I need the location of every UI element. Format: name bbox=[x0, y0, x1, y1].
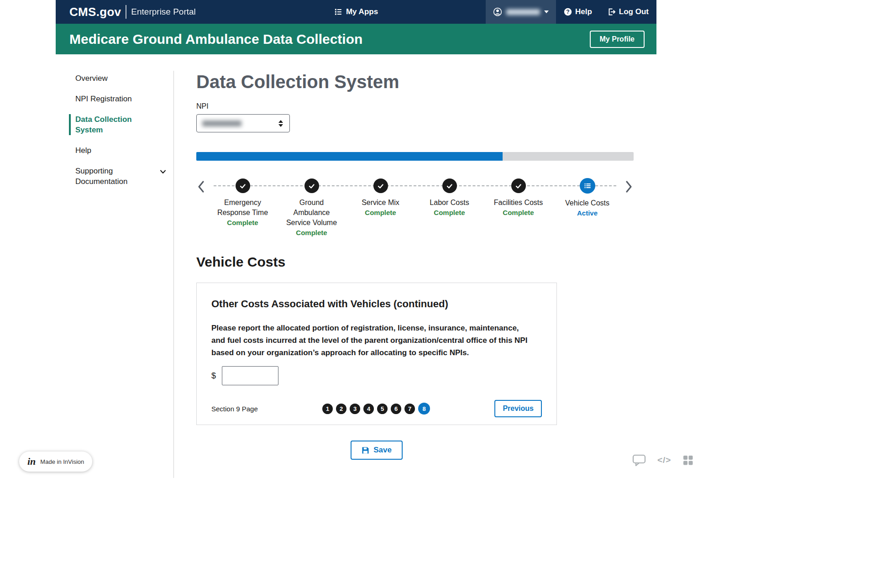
sidebar-item-npi-registration[interactable]: NPI Registration bbox=[69, 94, 167, 104]
help-label: Help bbox=[575, 7, 592, 16]
topbar-right: ? Help Log Out bbox=[486, 0, 656, 24]
sidebar: Overview NPI Registration Data Collectio… bbox=[56, 71, 173, 478]
stepper-next-chevron-icon[interactable] bbox=[624, 179, 634, 194]
logo-divider bbox=[126, 5, 126, 19]
page-dot-6[interactable]: 6 bbox=[391, 404, 401, 414]
chevron-down-icon bbox=[159, 168, 167, 178]
step-status: Active bbox=[577, 209, 598, 217]
progress-fill bbox=[196, 152, 503, 161]
user-menu[interactable] bbox=[486, 0, 556, 24]
page-dot-5[interactable]: 5 bbox=[377, 404, 388, 414]
step-active-list-icon[interactable] bbox=[580, 178, 595, 194]
page-dot-4[interactable]: 4 bbox=[363, 404, 374, 414]
help-icon: ? bbox=[564, 8, 572, 16]
step-complete-check-icon[interactable] bbox=[442, 178, 457, 193]
npi-label: NPI bbox=[196, 102, 634, 110]
select-sort-icon bbox=[278, 119, 284, 127]
npi-select[interactable] bbox=[196, 114, 290, 132]
step-complete-check-icon[interactable] bbox=[304, 178, 319, 193]
invision-label: Made in InVision bbox=[40, 458, 84, 465]
app-title: Medicare Ground Ambulance Data Collectio… bbox=[69, 31, 362, 47]
my-apps-list-icon bbox=[334, 8, 342, 16]
logout-button[interactable]: Log Out bbox=[600, 0, 656, 24]
sidebar-item-overview[interactable]: Overview bbox=[69, 73, 167, 84]
step-emergency-response-time: Emergency Response Time Complete bbox=[208, 178, 277, 236]
save-icon bbox=[362, 446, 369, 454]
card-instructions: Please report the allocated portion of r… bbox=[211, 322, 531, 359]
step-vehicle-costs: Vehicle Costs Active bbox=[553, 178, 622, 236]
app-window: CMS.gov Enterprise Portal My Apps bbox=[56, 0, 656, 478]
step-ground-ambulance-service-volume: Ground Ambulance Service Volume Complete bbox=[277, 178, 346, 236]
step-complete-check-icon[interactable] bbox=[236, 178, 250, 193]
logout-label: Log Out bbox=[619, 7, 649, 16]
app-header: Medicare Ground Ambulance Data Collectio… bbox=[56, 24, 656, 54]
help-button[interactable]: ? Help bbox=[556, 0, 600, 24]
page-dot-3[interactable]: 3 bbox=[350, 404, 360, 414]
enterprise-portal-text: Enterprise Portal bbox=[131, 7, 196, 17]
logout-icon bbox=[608, 8, 616, 16]
inspect-code-icon[interactable]: </> bbox=[657, 455, 671, 465]
my-apps-label: My Apps bbox=[346, 7, 378, 16]
stepper: Emergency Response Time Complete Ground … bbox=[196, 178, 634, 236]
user-name-redacted bbox=[506, 9, 540, 15]
cms-logo-text: CMS.gov bbox=[69, 5, 121, 19]
page-title: Data Collection System bbox=[196, 71, 634, 93]
save-label: Save bbox=[373, 446, 392, 455]
sidebar-item-data-collection-system[interactable]: Data Collection System bbox=[69, 114, 167, 135]
sidebar-item-help[interactable]: Help bbox=[69, 145, 167, 156]
step-service-mix: Service Mix Complete bbox=[346, 178, 415, 236]
step-status: Complete bbox=[365, 209, 396, 216]
page-dot-2[interactable]: 2 bbox=[336, 404, 346, 414]
step-complete-check-icon[interactable] bbox=[373, 178, 388, 193]
step-status: Complete bbox=[227, 219, 258, 226]
step-facilities-costs: Facilities Costs Complete bbox=[484, 178, 553, 236]
previous-button[interactable]: Previous bbox=[494, 400, 542, 417]
npi-value-redacted bbox=[202, 121, 241, 126]
svg-text:?: ? bbox=[566, 9, 569, 15]
progress-bar bbox=[196, 152, 634, 161]
topbar: CMS.gov Enterprise Portal My Apps bbox=[56, 0, 656, 24]
currency-symbol: $ bbox=[211, 371, 216, 381]
step-status: Complete bbox=[296, 229, 327, 236]
step-complete-check-icon[interactable] bbox=[511, 178, 526, 193]
page-dot-1[interactable]: 1 bbox=[322, 404, 333, 414]
my-apps-button[interactable]: My Apps bbox=[334, 0, 378, 24]
my-profile-button[interactable]: My Profile bbox=[590, 31, 645, 48]
section-title: Vehicle Costs bbox=[196, 254, 634, 270]
page-dot-7[interactable]: 7 bbox=[404, 404, 415, 414]
comment-icon[interactable] bbox=[632, 453, 646, 467]
cms-logo[interactable]: CMS.gov Enterprise Portal bbox=[56, 0, 196, 24]
invision-viewer-tools: </> bbox=[632, 453, 694, 467]
step-status: Complete bbox=[434, 209, 465, 216]
invision-logo: in bbox=[27, 456, 36, 467]
grid-view-icon[interactable] bbox=[682, 454, 694, 466]
cost-input[interactable] bbox=[222, 366, 278, 385]
stepper-previous-chevron-icon[interactable] bbox=[196, 179, 206, 194]
sidebar-item-supporting-documentation[interactable]: Supporting Documentation bbox=[69, 166, 167, 187]
question-card: Other Costs Associated with Vehicles (co… bbox=[196, 283, 557, 425]
pagination-label: Section 9 Page bbox=[211, 405, 258, 413]
step-status: Complete bbox=[503, 209, 534, 216]
page-dot-8-active[interactable]: 8 bbox=[418, 403, 430, 415]
made-in-invision-badge[interactable]: in Made in InVision bbox=[19, 452, 92, 472]
main-content: Data Collection System NPI bbox=[174, 71, 656, 478]
pagination: 1 2 3 4 5 6 7 8 bbox=[322, 403, 430, 415]
caret-down-icon bbox=[544, 10, 549, 13]
step-labor-costs: Labor Costs Complete bbox=[415, 178, 484, 236]
card-heading: Other Costs Associated with Vehicles (co… bbox=[211, 298, 542, 310]
user-icon bbox=[493, 7, 502, 16]
save-button[interactable]: Save bbox=[351, 441, 403, 460]
